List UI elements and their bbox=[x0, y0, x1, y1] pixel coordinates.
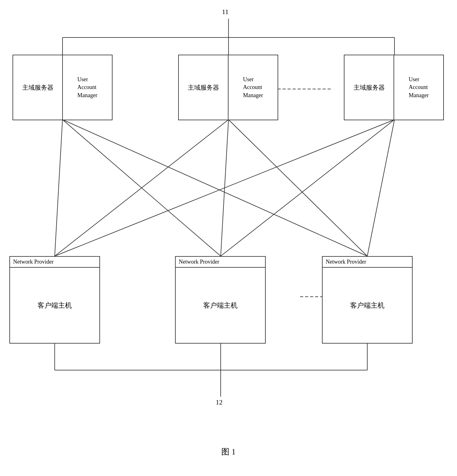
svg-line-7 bbox=[55, 120, 63, 256]
client1-top-label: Network Provider bbox=[10, 257, 99, 268]
figure-label: 图 1 bbox=[221, 446, 236, 457]
svg-line-14 bbox=[221, 120, 394, 256]
server2-left-label: 主域服务器 bbox=[179, 55, 228, 120]
server-box-1: 主域服务器 UserAccountManager bbox=[13, 55, 113, 120]
client-box-3: Network Provider 客户端主机 bbox=[322, 256, 413, 344]
server-box-3: 主域服务器 UserAccountManager bbox=[344, 55, 444, 120]
client2-top-label: Network Provider bbox=[176, 257, 265, 268]
ref-label-11: 11 bbox=[222, 8, 228, 16]
svg-line-12 bbox=[228, 120, 367, 256]
server1-left-label: 主域服务器 bbox=[13, 55, 63, 120]
svg-line-15 bbox=[367, 120, 394, 256]
server3-right-label: UserAccountManager bbox=[394, 55, 443, 120]
server-box-2: 主域服务器 UserAccountManager bbox=[178, 55, 278, 120]
client3-top-label: Network Provider bbox=[323, 257, 412, 268]
svg-line-10 bbox=[55, 120, 228, 256]
client2-bottom-label: 客户端主机 bbox=[176, 268, 265, 343]
client3-bottom-label: 客户端主机 bbox=[323, 268, 412, 343]
client-box-2: Network Provider 客户端主机 bbox=[175, 256, 266, 344]
ref-label-12: 12 bbox=[216, 398, 223, 406]
diagram-container: 11 主域服务器 UserAccountManager 主域服务器 UserAc… bbox=[0, 0, 457, 476]
client1-bottom-label: 客户端主机 bbox=[10, 268, 99, 343]
server3-left-label: 主域服务器 bbox=[344, 55, 394, 120]
client-box-1: Network Provider 客户端主机 bbox=[9, 256, 100, 344]
server1-right-label: UserAccountManager bbox=[63, 55, 112, 120]
svg-line-13 bbox=[55, 120, 394, 256]
server2-right-label: UserAccountManager bbox=[228, 55, 278, 120]
svg-line-9 bbox=[63, 120, 367, 256]
